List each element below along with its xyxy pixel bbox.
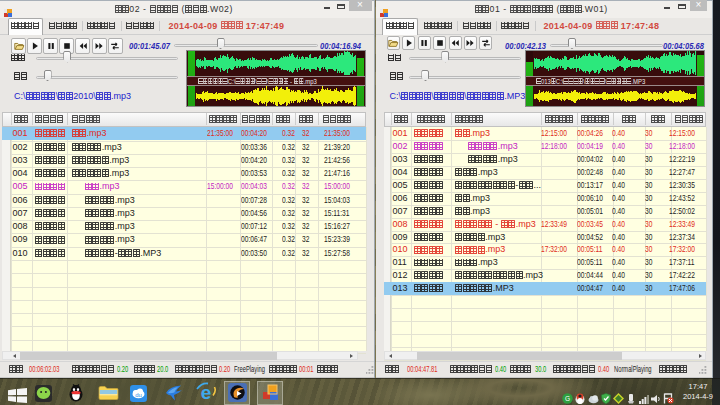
- svg-text:G: G: [565, 395, 570, 402]
- svg-text:du: du: [135, 392, 142, 398]
